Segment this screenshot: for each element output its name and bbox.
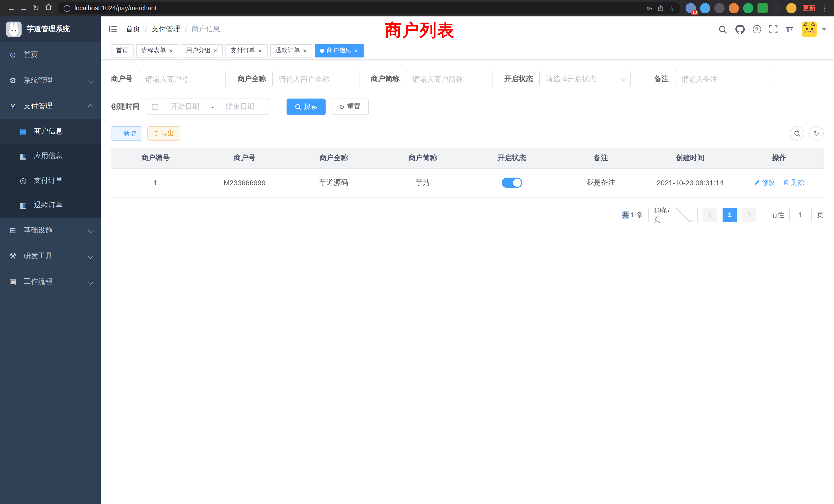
- close-icon[interactable]: ×: [258, 47, 262, 54]
- search-icon[interactable]: [718, 25, 727, 33]
- refresh-table-button[interactable]: ↻: [809, 126, 824, 141]
- next-page-button[interactable]: [742, 208, 756, 222]
- browser-back-icon[interactable]: ←: [5, 0, 18, 17]
- column-status: 开启状态: [467, 148, 556, 168]
- delete-button[interactable]: 删除: [783, 178, 804, 187]
- browser-menu-icon[interactable]: ⋮: [820, 4, 829, 12]
- remark-input[interactable]: [675, 71, 772, 87]
- filter-row-1: 商户号 商户全称 商户简称 开启状态 请选择开启状态: [111, 71, 824, 87]
- tab-home[interactable]: 首页: [111, 44, 133, 57]
- browser-reload-icon[interactable]: ↻: [30, 0, 42, 17]
- search-button[interactable]: 搜索: [287, 98, 326, 115]
- toolbar-right-icons: ↻: [790, 126, 824, 141]
- yen-icon: ¥: [8, 102, 18, 111]
- sidebar-item-system[interactable]: ⚙ 系统管理: [0, 68, 101, 93]
- github-icon[interactable]: [735, 25, 744, 34]
- help-icon[interactable]: ?: [753, 25, 761, 33]
- column-short-name: 商户简称: [378, 148, 467, 168]
- dashboard-icon: ⊙: [8, 50, 18, 60]
- fullscreen-icon[interactable]: [769, 25, 777, 33]
- browser-forward-icon[interactable]: →: [18, 0, 30, 17]
- tab-process-form[interactable]: 流程表单 ×: [136, 44, 178, 57]
- merchant-short-name-input[interactable]: [406, 71, 493, 87]
- breadcrumb-home[interactable]: 首页: [126, 25, 140, 34]
- browser-update-button[interactable]: 更新: [803, 4, 815, 13]
- close-icon[interactable]: ×: [213, 47, 218, 54]
- sidebar-logo[interactable]: 芋道管理系统: [0, 17, 101, 42]
- field-label: 备注: [654, 74, 668, 84]
- tab-refund-order[interactable]: 退款订单 ×: [270, 44, 312, 57]
- extension-icon-6[interactable]: [758, 3, 768, 13]
- page-number-button[interactable]: 1: [723, 208, 737, 222]
- close-icon[interactable]: ×: [303, 47, 307, 54]
- sidebar-item-label: 应用信息: [34, 152, 63, 161]
- chevron-down-icon: [676, 206, 692, 223]
- extension-icon-4[interactable]: [729, 3, 739, 13]
- extension-icon-8[interactable]: [786, 3, 796, 13]
- sidebar-item-app-info[interactable]: ▦ 应用信息: [0, 144, 101, 168]
- sidebar-item-home[interactable]: ⊙ 首页: [0, 42, 101, 68]
- end-date-placeholder: 结束日期: [217, 102, 263, 111]
- prev-page-button[interactable]: [703, 208, 718, 222]
- sidebar-item-workflow[interactable]: ▣ 工作流程: [0, 269, 101, 295]
- sidebar-item-refund-order[interactable]: ▥ 退款订单: [0, 193, 101, 217]
- share-icon[interactable]: [658, 5, 664, 12]
- tab-user-group[interactable]: 用户分组 ×: [181, 44, 223, 57]
- avatar-caret-icon[interactable]: [822, 28, 826, 30]
- filter-row-2: 创建时间 开始日期 - 结束日期 搜索: [111, 98, 824, 115]
- table-toolbar: + 新增 ↧ 导出 ↻: [111, 126, 824, 141]
- extension-icon-3[interactable]: [714, 3, 725, 13]
- field-label: 商户号: [111, 74, 132, 84]
- close-icon[interactable]: ×: [354, 47, 358, 54]
- page-size-select[interactable]: 10条/页: [648, 208, 698, 222]
- merchant-full-name-input[interactable]: [272, 71, 359, 87]
- column-create-time: 创建时间: [645, 148, 734, 168]
- calendar-icon: [152, 103, 159, 110]
- user-avatar[interactable]: [802, 22, 817, 37]
- field-label: 商户全称: [237, 74, 266, 84]
- add-button[interactable]: + 新增: [111, 126, 142, 141]
- sidebar-item-infrastructure[interactable]: ⊞ 基础设施: [0, 217, 101, 243]
- extension-badge: 10: [691, 10, 698, 16]
- breadcrumb-payment[interactable]: 支付管理: [152, 25, 180, 34]
- hide-search-button[interactable]: [790, 126, 804, 141]
- address-bar[interactable]: i localhost:1024/pay/merchant ☆: [58, 2, 680, 14]
- sidebar-item-pay-order[interactable]: ◎ 支付订单: [0, 168, 101, 193]
- navbar-right: ? TT: [718, 22, 826, 37]
- tab-merchant-info[interactable]: 商户信息 ×: [315, 44, 364, 57]
- goto-page-input[interactable]: [789, 208, 812, 222]
- extension-icon-7[interactable]: [772, 3, 782, 13]
- extension-icon-5[interactable]: [743, 3, 753, 13]
- select-placeholder: 请选择开启状态: [546, 74, 621, 84]
- export-button[interactable]: ↧ 导出: [147, 126, 180, 141]
- merchant-no-input[interactable]: [139, 71, 226, 87]
- create-time-range-picker[interactable]: 开始日期 - 结束日期: [146, 98, 269, 115]
- reset-button[interactable]: ↻ 重置: [331, 98, 369, 115]
- sidebar-item-label: 退款订单: [34, 201, 63, 210]
- extensions-cluster: 10: [686, 3, 796, 13]
- bookmark-star-icon[interactable]: ☆: [668, 4, 674, 12]
- sidebar-item-payment[interactable]: ¥ 支付管理: [0, 93, 101, 119]
- filter-merchant-full-name: 商户全称: [237, 71, 359, 87]
- chevron-down-icon: [621, 76, 627, 81]
- edit-button[interactable]: 修改: [754, 178, 775, 187]
- status-select[interactable]: 请选择开启状态: [539, 71, 631, 87]
- status-toggle[interactable]: [502, 178, 522, 188]
- font-size-icon[interactable]: TT: [786, 25, 793, 33]
- sidebar-collapse-icon[interactable]: [108, 25, 117, 33]
- extension-icon-2[interactable]: [700, 3, 710, 13]
- total-suffix: 条: [636, 211, 643, 219]
- sidebar-item-devtools[interactable]: ⚒ 研发工具: [0, 243, 101, 269]
- sidebar-item-merchant-info[interactable]: ▤ 商户信息: [0, 119, 101, 144]
- filter-merchant-no: 商户号: [111, 71, 226, 87]
- password-key-icon[interactable]: [646, 5, 654, 12]
- close-icon[interactable]: ×: [169, 47, 173, 54]
- cell-merchant-no: M233666999: [200, 168, 289, 197]
- page-info-icon[interactable]: i: [64, 5, 70, 12]
- extension-icon-1[interactable]: 10: [686, 3, 696, 13]
- tab-pay-order[interactable]: 支付订单 ×: [225, 44, 267, 57]
- browser-home-icon[interactable]: [42, 0, 54, 17]
- column-merchant-no: 商户号: [200, 148, 289, 168]
- sidebar-item-label: 支付管理: [24, 101, 52, 111]
- workflow-icon: ▣: [8, 277, 18, 287]
